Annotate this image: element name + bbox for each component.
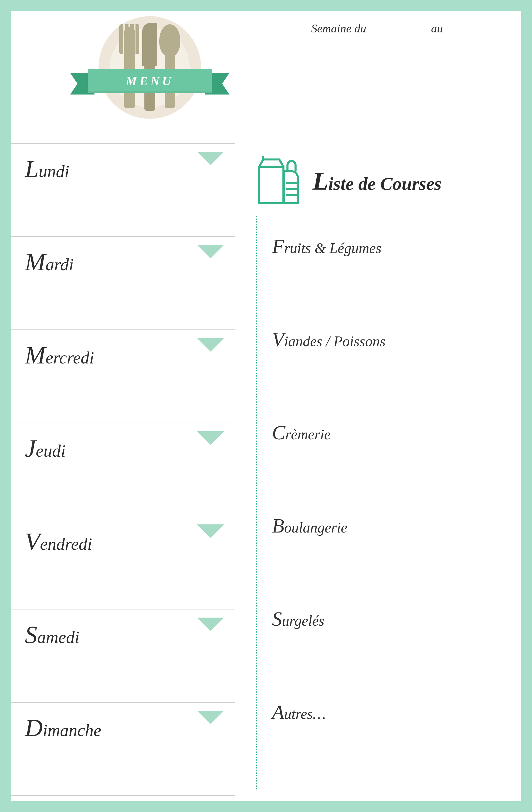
category-autres[interactable]: Autres… xyxy=(272,698,511,791)
days-column: Lundi Mardi Mercredi Jeudi Vendredi Same… xyxy=(11,143,235,796)
category-boulangerie[interactable]: Boulangerie xyxy=(272,512,511,605)
day-label: Samedi xyxy=(25,620,221,649)
day-dimanche[interactable]: Dimanche xyxy=(11,702,235,796)
category-list: Fruits & Légumes Viandes / Poissons Crèm… xyxy=(272,232,511,791)
week-prefix: Semaine du xyxy=(311,21,366,35)
day-label: Mercredi xyxy=(25,341,221,369)
chevron-down-icon[interactable] xyxy=(197,431,224,445)
ribbon-banner: MENU xyxy=(88,69,212,93)
grocery-bag-icon xyxy=(256,154,305,208)
chevron-down-icon[interactable] xyxy=(197,245,224,258)
day-mardi[interactable]: Mardi xyxy=(11,237,235,330)
ribbon-text: MENU xyxy=(126,74,174,88)
page: MENU Semaine du au Lundi Mardi xyxy=(0,0,532,812)
chevron-down-icon[interactable] xyxy=(197,618,224,631)
category-viandes-poissons[interactable]: Viandes / Poissons xyxy=(272,325,511,419)
shopping-title: Liste de Courses xyxy=(313,166,442,196)
shopping-header: Liste de Courses xyxy=(256,154,511,208)
week-end-input[interactable] xyxy=(448,25,502,35)
day-mercredi[interactable]: Mercredi xyxy=(11,330,235,423)
chevron-down-icon[interactable] xyxy=(197,711,224,724)
day-label: Lundi xyxy=(25,155,221,183)
week-range: Semaine du au xyxy=(311,21,502,35)
day-vendredi[interactable]: Vendredi xyxy=(11,516,235,609)
day-lundi[interactable]: Lundi xyxy=(11,144,235,237)
chevron-down-icon[interactable] xyxy=(197,152,224,165)
day-label: Vendredi xyxy=(25,527,221,556)
ribbon: MENU xyxy=(76,68,224,95)
chevron-down-icon[interactable] xyxy=(197,338,224,352)
category-surgeles[interactable]: Surgelés xyxy=(272,605,511,698)
inner-sheet: MENU Semaine du au Lundi Mardi xyxy=(11,11,521,801)
day-label: Dimanche xyxy=(25,713,221,742)
chevron-down-icon[interactable] xyxy=(197,524,224,538)
dotted-divider xyxy=(256,216,257,791)
week-start-input[interactable] xyxy=(372,25,426,35)
category-cremerie[interactable]: Crèmerie xyxy=(272,419,511,512)
day-jeudi[interactable]: Jeudi xyxy=(11,423,235,516)
category-fruits-legumes[interactable]: Fruits & Légumes xyxy=(272,232,511,325)
day-samedi[interactable]: Samedi xyxy=(11,609,235,702)
week-separator: au xyxy=(431,21,443,35)
day-label: Mardi xyxy=(25,248,221,276)
menu-logo: MENU xyxy=(76,16,224,135)
day-label: Jeudi xyxy=(25,434,221,463)
shopping-panel: Liste de Courses Fruits & Légumes Viande… xyxy=(256,154,511,791)
